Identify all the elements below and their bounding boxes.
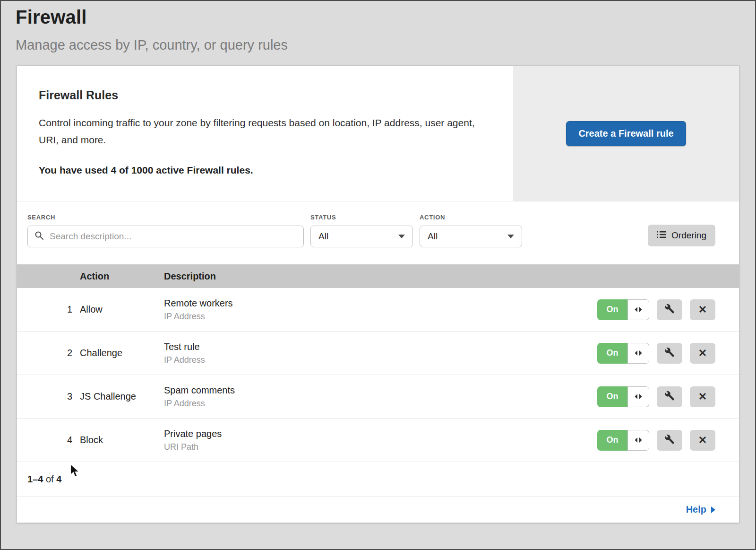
intro-text: Firewall Rules Control incoming traffic …: [17, 66, 513, 201]
column-description: Description: [164, 271, 583, 282]
rule-toggle[interactable]: On: [597, 343, 649, 364]
pagination-total: 4: [56, 474, 61, 484]
rule-type: IP Address: [164, 355, 583, 365]
arrow-right-icon: [711, 506, 715, 513]
toggle-handle-icon[interactable]: [627, 343, 649, 364]
delete-rule-button[interactable]: ✕: [690, 386, 715, 407]
rule-action: Allow: [80, 304, 164, 315]
table-row: 2 Challenge Test rule IP Address On ✕: [17, 332, 739, 375]
pagination: 1–4 of 4: [17, 462, 739, 497]
chevron-down-icon: [507, 235, 514, 238]
row-number: 2: [17, 348, 80, 358]
table-row: 1 Allow Remote workers IP Address On ✕: [17, 288, 739, 332]
rule-toggle[interactable]: On: [597, 386, 649, 407]
wrench-icon: [664, 347, 675, 359]
rule-description-cell: Test rule IP Address: [164, 341, 583, 365]
page-header: Firewall Manage access by IP, country, o…: [1, 1, 755, 53]
ordering-button[interactable]: Ordering: [648, 225, 715, 246]
status-label: STATUS: [310, 214, 413, 221]
close-icon: ✕: [698, 435, 707, 445]
delete-rule-button[interactable]: ✕: [690, 430, 715, 451]
rule-toggle[interactable]: On: [597, 299, 649, 320]
search-input[interactable]: [49, 231, 297, 242]
status-select[interactable]: All: [310, 226, 413, 247]
toggle-on-label[interactable]: On: [597, 299, 627, 320]
firewall-card: Firewall Rules Control incoming traffic …: [17, 65, 739, 523]
column-action: Action: [80, 271, 164, 282]
action-select-value: All: [428, 231, 438, 242]
table-row: 3 JS Challenge Spam comments IP Address …: [17, 375, 739, 419]
search-icon: [34, 231, 44, 242]
ordered-list-icon: [657, 230, 666, 241]
search-label: SEARCH: [27, 214, 304, 221]
search-filter: SEARCH: [27, 214, 304, 247]
edit-rule-button[interactable]: [657, 386, 682, 407]
edit-rule-button[interactable]: [657, 430, 682, 451]
action-label: ACTION: [420, 214, 522, 221]
wrench-icon: [664, 434, 675, 446]
wrench-icon: [664, 304, 675, 315]
rule-description: Remote workers: [164, 298, 583, 309]
close-icon: ✕: [698, 348, 707, 358]
rule-description: Private pages: [164, 428, 583, 439]
rule-toggle[interactable]: On: [597, 430, 649, 451]
pagination-range: 1–4: [27, 474, 43, 484]
chevron-down-icon: [398, 235, 405, 238]
help-link-label: Help: [686, 504, 706, 515]
rule-type: IP Address: [164, 312, 583, 322]
rule-type: IP Address: [164, 399, 583, 409]
toggle-handle-icon[interactable]: [627, 299, 649, 320]
edit-rule-button[interactable]: [657, 299, 682, 320]
rule-controls: On ✕: [583, 299, 739, 320]
row-number: 3: [17, 391, 80, 402]
create-firewall-rule-button[interactable]: Create a Firewall rule: [566, 121, 686, 146]
page-subtitle: Manage access by IP, country, or query r…: [16, 37, 740, 53]
delete-rule-button[interactable]: ✕: [690, 299, 715, 320]
delete-rule-button[interactable]: ✕: [690, 343, 715, 364]
status-select-value: All: [318, 231, 328, 242]
toggle-on-label[interactable]: On: [597, 343, 627, 364]
wrench-icon: [664, 391, 675, 402]
rule-action: Block: [80, 435, 164, 445]
rule-controls: On ✕: [583, 430, 739, 451]
action-filter: ACTION All: [420, 214, 522, 247]
rule-description-cell: Remote workers IP Address: [164, 298, 583, 322]
intro-section: Firewall Rules Control incoming traffic …: [17, 66, 739, 201]
rule-description: Spam comments: [164, 385, 583, 396]
search-box: [27, 226, 304, 247]
row-number: 4: [17, 435, 80, 445]
rule-controls: On ✕: [583, 343, 739, 364]
filters-bar: SEARCH STATUS All ACTION All: [17, 201, 739, 264]
rule-action: Challenge: [80, 348, 164, 358]
edit-rule-button[interactable]: [657, 343, 682, 364]
rule-action: JS Challenge: [80, 391, 164, 402]
toggle-handle-icon[interactable]: [627, 386, 649, 407]
help-row: Help: [17, 497, 739, 523]
toggle-on-label[interactable]: On: [597, 386, 627, 407]
rule-type: URI Path: [164, 442, 583, 452]
page-title: Firewall: [16, 7, 740, 28]
create-rule-panel: Create a Firewall rule: [513, 66, 739, 201]
rule-description: Test rule: [164, 341, 583, 352]
status-filter: STATUS All: [310, 214, 413, 247]
action-select[interactable]: All: [420, 226, 522, 247]
table-row: 4 Block Private pages URI Path On ✕: [17, 419, 739, 462]
usage-text: You have used 4 of 1000 active Firewall …: [39, 165, 485, 176]
toggle-handle-icon[interactable]: [627, 430, 649, 451]
row-number: 1: [17, 304, 80, 315]
close-icon: ✕: [698, 305, 707, 315]
help-link[interactable]: Help: [686, 504, 715, 515]
rule-description-cell: Spam comments IP Address: [164, 385, 583, 409]
ordering-button-label: Ordering: [671, 230, 706, 241]
rule-controls: On ✕: [583, 386, 739, 407]
section-heading: Firewall Rules: [39, 88, 485, 102]
rule-description-cell: Private pages URI Path: [164, 428, 583, 452]
toggle-on-label[interactable]: On: [597, 430, 627, 451]
pagination-of: of: [46, 474, 54, 484]
table-header: Action Description: [17, 264, 739, 288]
close-icon: ✕: [698, 392, 707, 402]
section-description: Control incoming traffic to your zone by…: [39, 114, 485, 148]
